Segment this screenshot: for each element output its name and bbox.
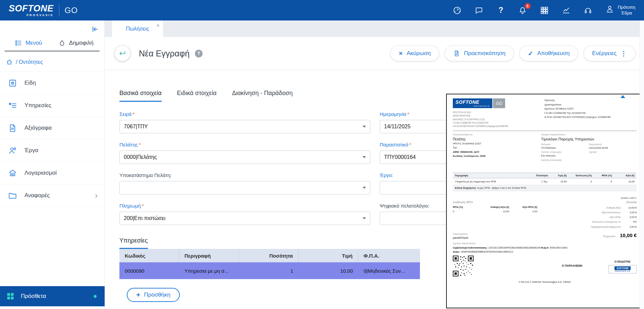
brand-subtext: PROSVASIS — [9, 14, 54, 17]
invoice-parties: Συναλλασσόμενος Πελάτης ΗΡΟΥΣ 25 ΑΘΗΝΑ 1… — [453, 133, 637, 173]
seira-label: Σειρά* — [119, 111, 370, 117]
totals-block: Σύνολα Καθαρή Αξία:10,00 € Αξία Εκπτώσεω… — [559, 200, 637, 229]
help-icon[interactable]: ? — [496, 6, 505, 15]
notifications-bell-icon[interactable]: 5 — [518, 6, 527, 15]
sidebar-tab-favorites-label: Δημοφιλή — [69, 40, 94, 46]
col-header-kodikos[interactable]: Κωδικός — [119, 249, 179, 262]
page-tabstrip: Πωλήσεις × — [105, 20, 644, 37]
related-docs-label: Σχετικά παραστατικά: — [453, 242, 476, 245]
help-glyph: ? — [498, 6, 503, 15]
tab-close-icon[interactable]: × — [157, 23, 159, 28]
sidebar-collapse-icon[interactable] — [91, 25, 99, 33]
cancel-button[interactable]: × Ακύρωση — [390, 46, 439, 61]
col-header-timi[interactable]: Τιμή — [299, 249, 358, 262]
doc-payment-label: Τρόπος πληρωμής — [541, 150, 589, 153]
sidebar-item-eidi[interactable]: Είδη — [0, 72, 104, 94]
invoice-brand-sub: PROSVASIS — [455, 105, 490, 107]
sidebar-tab-menu[interactable]: Μενού — [5, 35, 52, 51]
analytics-chart-icon[interactable] — [562, 6, 571, 15]
form-tab-basic[interactable]: Βασικά στοιχεία — [119, 90, 162, 102]
total-value: 0% — [625, 220, 637, 224]
vat-cell: 0,00 — [509, 210, 537, 213]
col-header-posotita[interactable]: Ποσότητα — [239, 249, 299, 262]
apps-grid-icon[interactable] — [540, 6, 549, 15]
customer-code: Κωδικός Συναλ/μενου: 0000 — [453, 154, 541, 158]
invoice-item-row: Υπηρεσία με μη συμμετοχή στο ΦΠΑ 1 Τεμ. … — [453, 178, 637, 185]
issuer-line: Αχιλλεως 55 Αθηνα 11527 — [544, 107, 637, 111]
breadcrumb[interactable]: / Οντότητες — [0, 51, 104, 72]
sidebar-tab-favorites[interactable]: Δημοφιλή — [52, 35, 100, 51]
chat-icon[interactable] — [475, 6, 484, 15]
topbar-divider — [59, 5, 59, 16]
total-label: Αξία ΦΠΑ: — [610, 215, 621, 220]
seira-input[interactable] — [119, 120, 370, 133]
add-row-button[interactable]: + Προσθήκη — [127, 288, 180, 302]
ypokatastima-input[interactable] — [119, 181, 370, 194]
save-button[interactable]: ✓ Αποθήκευση — [520, 46, 578, 61]
total-label: Έκπτωση Συναλ/μενου %: — [592, 220, 621, 224]
sidebar-item-axiografa[interactable]: Αξιόγραφα — [0, 117, 104, 139]
scroll-up-icon[interactable] — [621, 95, 625, 98]
document-block: Στοιχεία παραστατικού Τιμολόγιο Παροχής … — [541, 133, 637, 173]
invoice-header: SOFTONE PROSVASIS GO ΠΡΟΤΥΠΗ 071022 ΔΡΑΣ… — [453, 98, 637, 128]
status-dot — [94, 295, 97, 298]
app-logo[interactable]: SOFTONE PROSVASIS — [9, 4, 54, 17]
preview-button[interactable]: Προεπισκόπηση — [445, 46, 514, 61]
user-menu[interactable]: Πρότυπη Έδρα — [605, 5, 635, 16]
projects-person-icon — [8, 146, 17, 155]
go-label: GO — [65, 6, 78, 15]
invoice-brand-go: GO — [493, 98, 505, 108]
dashboard-gauge-icon[interactable] — [453, 6, 462, 15]
invoice-summary: Ανάλυση ΦΠΑ ΦΠΑ (%) Καθαρή Αξία (€) Αξία… — [453, 200, 637, 229]
required-mark: * — [139, 142, 141, 147]
form-tab-delivery[interactable]: Διακίνηση - Παράδοση — [232, 90, 293, 102]
customer-phone: Τηλ: — [453, 146, 541, 150]
col-header-fpa[interactable]: Φ.Π.Α. — [358, 249, 420, 262]
form-tab-special[interactable]: Ειδικά στοιχεία — [177, 90, 217, 102]
accounts-bank-icon — [8, 169, 17, 178]
item-cell: 0 — [567, 180, 592, 183]
item-cell: Υπηρεσία με μη συμμετοχή στο ΦΠΑ — [455, 180, 528, 183]
cell-timi: 10,00 — [299, 262, 358, 279]
required-mark: * — [142, 203, 144, 209]
tab-poliseis[interactable]: Πωλήσεις × — [112, 20, 163, 37]
table-row[interactable]: 0000090 Υπηρεσια με μη σ... 1 10,00 0|Μη… — [119, 262, 420, 279]
preview-button-label: Προεπισκόπηση — [464, 50, 505, 57]
topbar-actions: ? 5 Πρότυπη Έδρα — [453, 5, 635, 16]
invoice-footer: Υ.ΠΑ.Η.Ε.Σ SoftOne Technologies Α.Ε. DEM… — [453, 280, 637, 283]
invoice-divider — [453, 131, 637, 131]
sidebar-item-ypiresies[interactable]: Υπηρεσίες — [0, 94, 104, 117]
vat-cell: 10,00 — [476, 210, 509, 213]
doc-payment: Επι πιστώσει — [541, 154, 589, 158]
vertical-scrollbar[interactable] — [640, 20, 644, 309]
close-icon: × — [399, 50, 402, 57]
sidebar-footer-prostheta[interactable]: Πρόσθετα — [0, 286, 105, 306]
customer-tax: ΑΦΜ: 999840150, ΔΟΥ: — [453, 150, 541, 154]
app-root: { "colors": { "topbar": "#0b51a4", "acce… — [0, 0, 644, 309]
sidebar-item-erga[interactable]: Έργα — [0, 139, 104, 162]
actions-menu-button[interactable]: Ενέργειες ⋮ — [584, 46, 635, 61]
document-section-label: Στοιχεία παραστατικού — [541, 133, 637, 136]
issuer-stamp: SOFTONE PROSVASIS GO — [608, 265, 637, 273]
total-value: 0,00 € — [625, 225, 637, 229]
title-help-icon[interactable]: ? — [195, 50, 203, 57]
issuer-line: Γ.Ε.ΜΗ 123456789 Τηλ.2103322700 — [544, 111, 637, 116]
pelatis-label: Πελάτης* — [119, 142, 370, 147]
back-button[interactable]: ↩ — [115, 46, 130, 61]
pelatis-input[interactable] — [119, 150, 370, 164]
special-handling-text: Χωρίς ΦΠΑ - άρθρο 2 και 3 του Κώδικα ΦΠΑ — [477, 186, 526, 189]
cell-fpa: 0|Μηδενικός Συν... — [358, 262, 420, 279]
add-row-button-label: Προσθήκη — [144, 292, 170, 298]
signature-issuer-label: Ο ΕΚΔΟΤΗΣ — [608, 260, 637, 263]
user-avatar-icon — [605, 5, 614, 14]
sidebar-item-anafores[interactable]: Αναφορές › — [0, 184, 104, 207]
vat-analysis-title: Ανάλυση ΦΠΑ — [453, 200, 537, 204]
document-icon — [8, 124, 17, 133]
services-section-title[interactable]: Υπηρεσίες — [119, 237, 148, 249]
col-header-perigrafi[interactable]: Περιγραφή — [179, 249, 239, 262]
support-headset-icon[interactable] — [584, 6, 593, 15]
issuer-line: Δραστηριότητα — [544, 103, 637, 107]
pliromi-input[interactable] — [119, 212, 370, 225]
sidebar-item-logariasmoi[interactable]: Λογαριασμοί — [0, 162, 104, 184]
vat-analysis: Ανάλυση ΦΠΑ ΦΠΑ (%) Καθαρή Αξία (€) Αξία… — [453, 200, 537, 229]
